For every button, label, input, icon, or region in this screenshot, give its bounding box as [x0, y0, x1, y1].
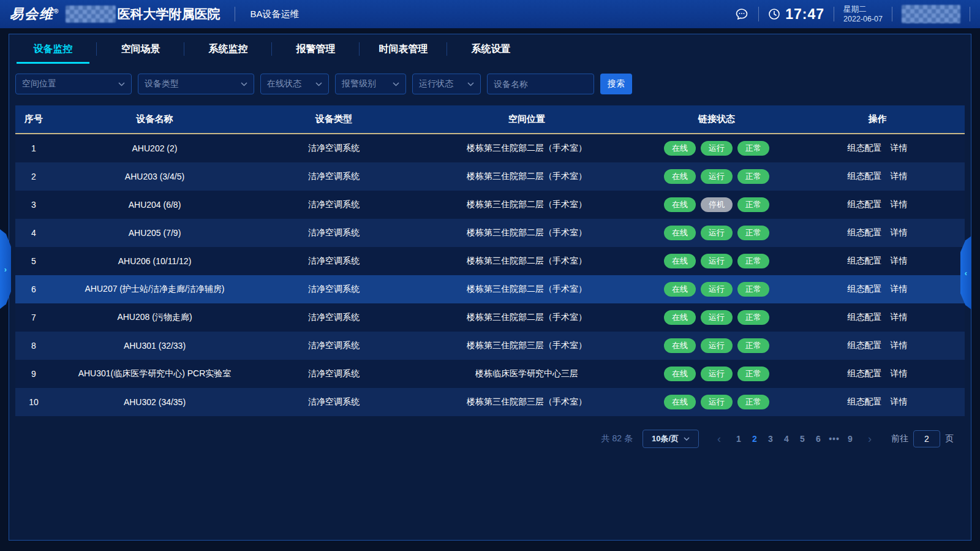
goto-suffix-label: 页 [945, 433, 954, 444]
detail-link[interactable]: 详情 [891, 397, 908, 408]
page-size-select[interactable]: 10条/页 [643, 430, 699, 448]
page-number-9[interactable]: 9 [842, 434, 858, 444]
search-button[interactable]: 搜索 [600, 74, 632, 94]
row-operations: 组态配置 详情 [790, 256, 965, 267]
link-status-pills: 在线停机正常 [643, 197, 790, 212]
tab-label: 设备监控 [34, 43, 73, 56]
tab-系统设置[interactable]: 系统设置 [447, 34, 535, 64]
filter-select-在线状态[interactable]: 在线状态 [260, 74, 329, 94]
table-row[interactable]: 8 AHU301 (32/33) 洁净空调系统 楼栋第三住院部三层（手术室） 在… [15, 332, 965, 360]
device-location: 楼栋第三住院部二层（手术室） [410, 256, 643, 267]
config-link[interactable]: 组态配置 [848, 284, 882, 295]
tab-label: 系统监控 [209, 43, 248, 56]
status-pill-在线: 在线 [664, 395, 696, 409]
filter-select-空间位置[interactable]: 空间位置 [15, 74, 132, 94]
detail-link[interactable]: 详情 [891, 143, 908, 154]
goto-page-group: 前往 页 [891, 430, 954, 447]
tab-空间场景[interactable]: 空间场景 [97, 34, 184, 64]
message-icon[interactable] [734, 7, 749, 21]
config-link[interactable]: 组态配置 [848, 143, 882, 154]
device-type: 洁净空调系统 [257, 368, 410, 379]
tab-label: 报警管理 [296, 43, 336, 56]
tab-报警管理[interactable]: 报警管理 [272, 34, 360, 64]
filter-select-设备类型[interactable]: 设备类型 [138, 74, 254, 94]
row-index: 7 [15, 313, 52, 322]
config-link[interactable]: 组态配置 [848, 368, 882, 379]
config-link[interactable]: 组态配置 [848, 227, 882, 238]
filter-placeholder: 空间位置 [22, 78, 56, 89]
row-index: 8 [15, 341, 52, 351]
column-header-链接状态: 链接状态 [643, 113, 790, 125]
status-pill-在线: 在线 [664, 282, 696, 297]
device-type: 洁净空调系统 [257, 312, 410, 323]
status-pill-运行: 运行 [701, 310, 733, 325]
device-name: AHU206 (10/11/12) [52, 256, 257, 266]
filter-select-运行状态[interactable]: 运行状态 [412, 74, 481, 94]
status-pill-在线: 在线 [664, 310, 696, 325]
detail-link[interactable]: 详情 [891, 199, 908, 210]
chevron-right-icon: › [4, 265, 7, 274]
table-row[interactable]: 2 AHU203 (3/4/5) 洁净空调系统 楼栋第三住院部二层（手术室） 在… [15, 162, 965, 191]
redacted-username[interactable] [902, 5, 960, 23]
filter-placeholder: 在线状态 [267, 78, 301, 89]
goto-page-input[interactable] [913, 430, 940, 447]
prev-page-arrow[interactable]: ‹ [711, 433, 727, 446]
table-row[interactable]: 3 AHU204 (6/8) 洁净空调系统 楼栋第三住院部二层（手术室） 在线停… [15, 191, 965, 219]
header-divider [235, 7, 235, 21]
config-link[interactable]: 组态配置 [848, 312, 882, 323]
detail-link[interactable]: 详情 [891, 227, 908, 238]
device-name: AHU301(临床医学研究中心) PCR实验室 [52, 368, 257, 379]
config-link[interactable]: 组态配置 [848, 340, 882, 351]
tab-系统监控[interactable]: 系统监控 [184, 34, 272, 64]
main-content-panel: 设备监控空间场景系统监控报警管理时间表管理系统设置 空间位置设备类型在线状态报警… [9, 34, 971, 541]
detail-link[interactable]: 详情 [891, 256, 908, 267]
table-row[interactable]: 4 AHU205 (7/9) 洁净空调系统 楼栋第三住院部二层（手术室） 在线运… [15, 219, 965, 247]
tab-设备监控[interactable]: 设备监控 [9, 34, 97, 64]
device-type: 洁净空调系统 [257, 256, 410, 267]
device-name-input[interactable] [487, 74, 594, 94]
next-page-arrow[interactable]: › [862, 433, 878, 446]
device-location: 楼栋第三住院部三层（手术室） [410, 397, 643, 408]
row-operations: 组态配置 详情 [790, 397, 965, 408]
page-number-2[interactable]: 2 [747, 434, 763, 444]
header-divider [970, 7, 970, 21]
detail-link[interactable]: 详情 [891, 171, 908, 182]
page-number-4[interactable]: 4 [778, 434, 794, 444]
table-row[interactable]: 6 AHU207 (护士站/洁净走廊/洁净辅房) 洁净空调系统 楼栋第三住院部二… [15, 275, 965, 303]
table-row[interactable]: 1 AHU202 (2) 洁净空调系统 楼栋第三住院部二层（手术室） 在线运行正… [15, 134, 965, 162]
detail-link[interactable]: 详情 [891, 312, 908, 323]
table-row[interactable]: 7 AHU208 (污物走廊) 洁净空调系统 楼栋第三住院部二层（手术室） 在线… [15, 303, 965, 332]
link-status-pills: 在线运行正常 [643, 310, 790, 325]
status-pill-在线: 在线 [664, 338, 696, 353]
page-number-1[interactable]: 1 [731, 434, 747, 444]
date-block: 星期二 2022-06-07 [843, 4, 883, 25]
config-link[interactable]: 组态配置 [848, 199, 882, 210]
config-link[interactable]: 组态配置 [848, 171, 882, 182]
header-divider [892, 7, 892, 21]
brand-logo: 易会维® [10, 5, 58, 23]
page-number-3[interactable]: 3 [763, 434, 778, 444]
config-link[interactable]: 组态配置 [848, 397, 882, 408]
filter-select-报警级别[interactable]: 报警级别 [335, 74, 406, 94]
link-status-pills: 在线运行正常 [643, 141, 790, 156]
config-link[interactable]: 组态配置 [848, 256, 882, 267]
detail-link[interactable]: 详情 [891, 284, 908, 295]
chevron-down-icon [684, 437, 690, 441]
status-pill-运行: 运行 [701, 226, 733, 240]
detail-link[interactable]: 详情 [891, 340, 908, 351]
table-row[interactable]: 10 AHU302 (34/35) 洁净空调系统 楼栋第三住院部三层（手术室） … [15, 388, 965, 416]
clock-group: 17:47 [768, 6, 824, 23]
page-number-6[interactable]: 6 [810, 434, 826, 444]
status-pill-在线: 在线 [664, 226, 696, 240]
link-status-pills: 在线运行正常 [643, 282, 790, 297]
tab-时间表管理[interactable]: 时间表管理 [360, 34, 447, 64]
chevron-down-icon [315, 82, 322, 86]
table-row[interactable]: 9 AHU301(临床医学研究中心) PCR实验室 洁净空调系统 楼栋临床医学研… [15, 360, 965, 388]
detail-link[interactable]: 详情 [891, 368, 908, 379]
status-pill-运行: 运行 [701, 141, 733, 156]
status-pill-正常: 正常 [737, 141, 769, 156]
table-row[interactable]: 5 AHU206 (10/11/12) 洁净空调系统 楼栋第三住院部二层（手术室… [15, 247, 965, 275]
app-title: BA设备运维 [250, 9, 299, 20]
page-number-5[interactable]: 5 [794, 434, 810, 444]
row-index: 9 [15, 369, 52, 379]
